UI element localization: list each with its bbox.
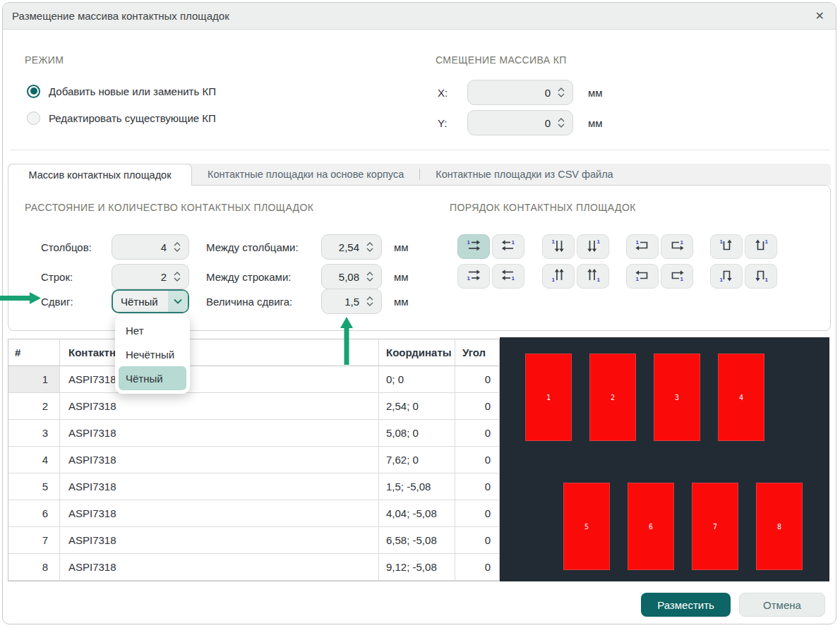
order-snake-cols-from-top-right-button[interactable]: 1 — [745, 234, 777, 259]
row-coords: 9,12; -5,08 — [379, 554, 455, 580]
order-rows-left-from-top-button[interactable]: 1 — [492, 234, 524, 259]
order-button-group-0: 1111 — [457, 234, 524, 289]
dropdown-option-1[interactable]: Нечётный — [115, 342, 190, 366]
preview-pad-5: 5 — [563, 483, 610, 570]
radio-icon[interactable] — [27, 111, 40, 125]
row-num: 8 — [8, 554, 60, 580]
chevron-down-icon[interactable] — [168, 291, 188, 312]
row-num: 3 — [8, 420, 60, 446]
svg-text:1: 1 — [720, 238, 724, 245]
cancel-button[interactable]: Отмена — [739, 593, 825, 617]
table-row[interactable]: 8ASPI73189,12; -5,080 — [8, 554, 499, 581]
row-coords: 0; 0 — [379, 366, 455, 392]
row-num: 2 — [8, 393, 60, 419]
order-snake-cols-from-top-left-icon: 1 — [717, 237, 736, 257]
row-num: 4 — [8, 447, 60, 473]
rows-spinner[interactable]: 2 — [112, 264, 189, 289]
table-row[interactable]: 6ASPI73184,04; -5,080 — [8, 500, 499, 527]
row-num: 7 — [8, 527, 60, 553]
tab-strip: Массив контактных площадокКонтактные пло… — [8, 164, 831, 185]
preview-pad-7: 7 — [692, 483, 738, 570]
dropdown-option-0[interactable]: Нет — [115, 318, 190, 342]
tab-0[interactable]: Массив контактных площадок — [8, 164, 192, 186]
spinner-updown-icon[interactable] — [366, 272, 374, 282]
tab-1[interactable]: Контактные площадки на основе корпуса — [192, 164, 419, 185]
offset-y-unit: мм — [588, 110, 603, 135]
offset-heading: СМЕЩЕНИЕ МАССИВА КП — [436, 54, 567, 66]
spinner-updown-icon[interactable] — [173, 272, 181, 282]
shift-label: Сдвиг: — [41, 289, 73, 314]
svg-text:1: 1 — [467, 239, 471, 246]
rows-label: Строк: — [41, 264, 73, 289]
mode-radio-add[interactable]: Добавить новые или заменить КП — [27, 83, 216, 99]
row-coords: 7,62; 0 — [379, 447, 455, 473]
order-rows-right-from-bottom-button[interactable]: 1 — [457, 264, 490, 289]
svg-text:1: 1 — [512, 275, 515, 282]
svg-text:1: 1 — [765, 238, 769, 245]
preview-pad-2: 2 — [589, 354, 636, 441]
order-snake-cols-from-bottom-right-button[interactable]: 1 — [745, 264, 777, 289]
order-snake-rows-from-bottom-right-icon: 1 — [668, 267, 686, 286]
table-row[interactable]: 2ASPI73182,54; 00 — [8, 393, 499, 420]
col-spacing-label: Между столбцами: — [206, 234, 299, 260]
tab-2[interactable]: Контактные площадки из CSV файла — [420, 164, 628, 185]
order-heading: ПОРЯДОК КОНТАКТНЫХ ПЛОЩАДОК — [450, 202, 636, 213]
row-angle: 0 — [455, 527, 499, 553]
order-cols-up-from-left-button[interactable]: 1 — [542, 264, 575, 289]
dialog-title: Размещение массива контактных площадок — [12, 3, 229, 30]
spinner-updown-icon[interactable] — [557, 118, 565, 128]
shift-amount-spinner[interactable]: 1,5 — [321, 289, 382, 314]
row-num: 5 — [8, 473, 60, 500]
row-num: 6 — [8, 500, 60, 526]
dropdown-option-2[interactable]: Чётный — [119, 366, 186, 390]
order-snake-cols-from-top-right-icon: 1 — [752, 237, 770, 257]
order-rows-left-from-bottom-button[interactable]: 1 — [492, 264, 524, 289]
order-snake-cols-from-top-left-button[interactable]: 1 — [710, 234, 743, 259]
table-row[interactable]: 5ASPI73181,5; -5,080 — [8, 473, 499, 500]
table-row[interactable]: 7ASPI73186,58; -5,080 — [8, 527, 499, 554]
row-pad-name: ASPI7318 — [60, 473, 379, 500]
svg-text:1: 1 — [636, 239, 640, 246]
order-snake-rows-from-bottom-right-button[interactable]: 1 — [661, 264, 693, 289]
offset-y-value: 0 — [476, 117, 551, 129]
offset-x-spinner[interactable]: 0 — [467, 80, 573, 105]
spinner-updown-icon[interactable] — [366, 296, 374, 306]
table-row[interactable]: 4ASPI73187,62; 00 — [8, 447, 499, 473]
columns-spinner[interactable]: 4 — [112, 234, 189, 260]
radio-icon[interactable] — [27, 85, 40, 98]
order-rows-left-from-top-icon: 1 — [499, 237, 517, 257]
order-cols-down-from-right-button[interactable]: 1 — [577, 234, 609, 259]
mode-radio-edit[interactable]: Редактировать существующие КП — [27, 109, 216, 126]
table-row[interactable]: 3ASPI73185,08; 00 — [8, 420, 499, 447]
col-spacing-spinner[interactable]: 2,54 — [321, 234, 382, 260]
row-angle: 0 — [455, 554, 499, 580]
row-spacing-unit: мм — [394, 264, 409, 289]
row-num: 1 — [8, 366, 60, 392]
section-divider — [10, 150, 830, 150]
order-rows-right-from-top-icon: 1 — [464, 237, 483, 257]
order-snake-cols-from-bottom-left-button[interactable]: 1 — [710, 264, 743, 289]
shift-select[interactable]: Чётный — [112, 289, 189, 313]
order-cols-up-from-right-button[interactable]: 1 — [577, 264, 609, 289]
row-pad-name: ASPI7318 — [60, 366, 379, 392]
spinner-updown-icon[interactable] — [173, 242, 181, 252]
row-pad-name: ASPI7318 — [60, 554, 379, 580]
order-rows-right-from-top-button[interactable]: 1 — [457, 234, 490, 259]
row-angle: 0 — [455, 447, 499, 473]
order-button-group-1: 1111 — [542, 234, 609, 289]
table-row[interactable]: 1ASPI73180; 00 — [8, 366, 499, 393]
offset-y-spinner[interactable]: 0 — [467, 110, 573, 135]
spinner-updown-icon[interactable] — [366, 242, 374, 252]
order-cols-down-from-left-icon: 1 — [549, 237, 568, 257]
order-snake-rows-from-bottom-left-icon: 1 — [633, 267, 652, 286]
order-snake-rows-from-top-left-button[interactable]: 1 — [626, 234, 659, 259]
order-snake-rows-from-bottom-left-button[interactable]: 1 — [626, 264, 659, 289]
close-icon[interactable]: ✕ — [815, 9, 824, 23]
place-button[interactable]: Разместить — [641, 593, 731, 617]
row-spacing-spinner[interactable]: 5,08 — [321, 264, 382, 289]
offset-x-value: 0 — [476, 87, 551, 99]
spinner-updown-icon[interactable] — [557, 87, 565, 97]
order-cols-down-from-left-button[interactable]: 1 — [542, 234, 575, 259]
row-pad-name: ASPI7318 — [60, 500, 379, 526]
order-snake-rows-from-top-right-button[interactable]: 1 — [661, 234, 693, 259]
